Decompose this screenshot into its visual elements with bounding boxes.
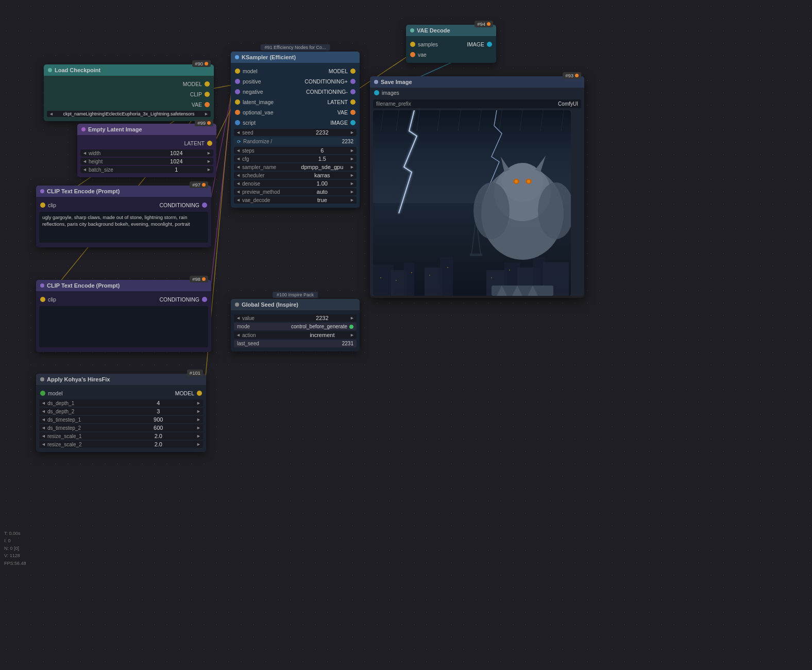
- scheduler-right[interactable]: ►: [350, 173, 354, 178]
- ckpt-name-row[interactable]: ◄ ckpt_nameLightning\EclecticEuphoria_3x…: [47, 111, 211, 117]
- save-images-row: images: [370, 88, 584, 98]
- status-v: V: 1128: [4, 552, 26, 559]
- resize-scale-2-right[interactable]: ►: [196, 442, 201, 447]
- node-status-dot-98: [202, 277, 206, 281]
- global-seed-action-row[interactable]: ◄ action increment ►: [234, 331, 357, 339]
- denoise-right[interactable]: ►: [350, 181, 354, 186]
- global-seed-body: ◄ value 2232 ► mode control_before_gener…: [231, 310, 360, 351]
- ds-timestep-2-row[interactable]: ◄ ds_timestep_2 600 ►: [39, 424, 203, 431]
- cfg-row[interactable]: ◄ cfg 1.5 ►: [234, 155, 357, 162]
- svg-line-44: [396, 110, 399, 131]
- gs-action-left[interactable]: ◄: [236, 332, 241, 338]
- steps-right[interactable]: ►: [350, 148, 354, 153]
- preview-row[interactable]: ◄ preview_method auto ►: [234, 188, 357, 195]
- preview-left[interactable]: ◄: [236, 189, 241, 194]
- cfg-left[interactable]: ◄: [236, 156, 241, 161]
- scene-svg: [373, 110, 571, 296]
- vae-decode-right[interactable]: ►: [350, 197, 354, 203]
- steps-row[interactable]: ◄ steps 6 ►: [234, 147, 357, 154]
- ksampler-top-label: #91 Efficiency Nodes for Co...: [261, 44, 330, 51]
- batch-size-row[interactable]: ◄ batch_size 1 ►: [80, 166, 213, 173]
- denoise-left[interactable]: ◄: [236, 181, 241, 186]
- apply-kohya-node: #101 Apply Kohya's HiresFix model MODEL …: [36, 374, 206, 452]
- height-row[interactable]: ◄ height 1024 ►: [80, 158, 213, 165]
- ksampler-positive-conn: [235, 79, 240, 84]
- width-right-arrow[interactable]: ►: [207, 150, 211, 156]
- height-right-arrow[interactable]: ►: [207, 159, 211, 164]
- prompt-text-1[interactable]: ugly gargoyle, sharp claws, made out of …: [39, 212, 208, 243]
- gs-action-right[interactable]: ►: [350, 332, 354, 338]
- resize-scale-1-left[interactable]: ◄: [41, 433, 46, 439]
- batch-right-arrow[interactable]: ►: [207, 167, 211, 172]
- global-seed-mode-row: mode control_before_generate: [234, 323, 357, 330]
- resize-scale-1-right[interactable]: ►: [196, 433, 201, 439]
- save-image-dot: [374, 80, 378, 84]
- empty-latent-body: LATENT ◄ width 1024 ► ◄ height 1024 ► ◄ …: [77, 135, 216, 177]
- resize-scale-1-row[interactable]: ◄ resize_scale_1 2.0 ►: [39, 432, 203, 440]
- ds-depth-2-left[interactable]: ◄: [41, 409, 46, 414]
- seed-right-arrow[interactable]: ►: [350, 130, 354, 135]
- conditioning-output-2: [202, 297, 207, 302]
- latent-output-row: LATENT: [77, 138, 216, 148]
- global-seed-dot: [235, 303, 239, 307]
- global-seed-value-row[interactable]: ◄ value 2232 ►: [234, 314, 357, 322]
- sampler-right[interactable]: ►: [350, 164, 354, 170]
- randomize-row[interactable]: ⟳ Randomize / 2232: [234, 138, 357, 145]
- width-row[interactable]: ◄ width 1024 ►: [80, 149, 213, 157]
- ds-depth-2-right[interactable]: ►: [196, 409, 201, 414]
- scheduler-left[interactable]: ◄: [236, 173, 241, 178]
- width-left-arrow[interactable]: ◄: [82, 150, 87, 156]
- scheduler-row[interactable]: ◄ scheduler karras ►: [234, 172, 357, 179]
- height-left-arrow[interactable]: ◄: [82, 159, 87, 164]
- ds-depth-1-row[interactable]: ◄ ds_depth_1 4 ►: [39, 399, 203, 407]
- vae-decode-vae-row: vae: [406, 49, 496, 60]
- gs-value-left[interactable]: ◄: [236, 315, 241, 321]
- denoise-row[interactable]: ◄ denoise 1.00 ►: [234, 180, 357, 187]
- ckpt-right-arrow[interactable]: ►: [204, 111, 209, 116]
- node-status-dot-94: [487, 22, 490, 26]
- seed-left-arrow[interactable]: ◄: [236, 130, 241, 135]
- resize-scale-2-row[interactable]: ◄ resize_scale_2 2.0 ►: [39, 441, 203, 448]
- sampler-left[interactable]: ◄: [236, 164, 241, 170]
- node-status-dot-90: [205, 62, 208, 65]
- node-id-97: #97: [190, 181, 208, 188]
- batch-left-arrow[interactable]: ◄: [82, 167, 87, 172]
- ds-depth-1-left[interactable]: ◄: [41, 400, 46, 406]
- svg-point-25: [447, 267, 448, 268]
- cfg-right[interactable]: ►: [350, 156, 354, 161]
- ds-timestep-1-left[interactable]: ◄: [41, 417, 46, 422]
- canvas: #90 Load Checkpoint MODEL CLIP VAE ◄ ckp…: [0, 0, 812, 670]
- ds-depth-2-row[interactable]: ◄ ds_depth_2 3 ►: [39, 408, 203, 415]
- vae-decode-left[interactable]: ◄: [236, 197, 241, 203]
- ckpt-left-arrow[interactable]: ◄: [49, 111, 54, 116]
- ds-timestep-1-row[interactable]: ◄ ds_timestep_1 900 ►: [39, 416, 203, 423]
- vae-decode-row[interactable]: ◄ vae_decode true ►: [234, 196, 357, 204]
- svg-point-26: [491, 277, 492, 278]
- ksampler-seed-row[interactable]: ◄ seed 2232 ►: [234, 129, 357, 136]
- empty-latent-node: #99 Empty Latent Image LATENT ◄ width 10…: [77, 124, 216, 177]
- ds-timestep-2-left[interactable]: ◄: [41, 425, 46, 430]
- node-status-dot-99: [207, 121, 211, 125]
- node-active-dot-latent: [81, 127, 86, 131]
- ksampler-latent-conn: [235, 99, 240, 105]
- steps-left[interactable]: ◄: [236, 148, 241, 153]
- clip-input-row-1: clip CONDITIONING: [36, 200, 211, 210]
- ksampler-latent-row: latent_image LATENT: [231, 97, 360, 107]
- node-active-dot-clip2: [40, 283, 44, 288]
- status-bar: T: 0.00s I: 0 N: 0 [0] V: 1128 FPS:56.48: [4, 530, 26, 567]
- preview-right[interactable]: ►: [350, 189, 354, 194]
- svg-line-49: [499, 110, 502, 131]
- gs-value-right[interactable]: ►: [350, 315, 354, 321]
- svg-rect-13: [404, 262, 414, 296]
- ds-depth-1-right[interactable]: ►: [196, 400, 201, 406]
- prompt-text-2[interactable]: [39, 306, 208, 347]
- ds-timestep-2-right[interactable]: ►: [196, 425, 201, 430]
- clip-encode-1-body: clip CONDITIONING ugly gargoyle, sharp c…: [36, 197, 211, 247]
- node-active-dot: [48, 68, 52, 72]
- sampler-row[interactable]: ◄ sampler_name dpmpp_sde_gpu ►: [234, 163, 357, 171]
- resize-scale-2-left[interactable]: ◄: [41, 442, 46, 447]
- load-checkpoint-header: Load Checkpoint: [44, 64, 214, 76]
- ksampler-optvae-conn: [235, 110, 240, 115]
- ds-timestep-1-right[interactable]: ►: [196, 417, 201, 422]
- latent-connector: [207, 141, 212, 146]
